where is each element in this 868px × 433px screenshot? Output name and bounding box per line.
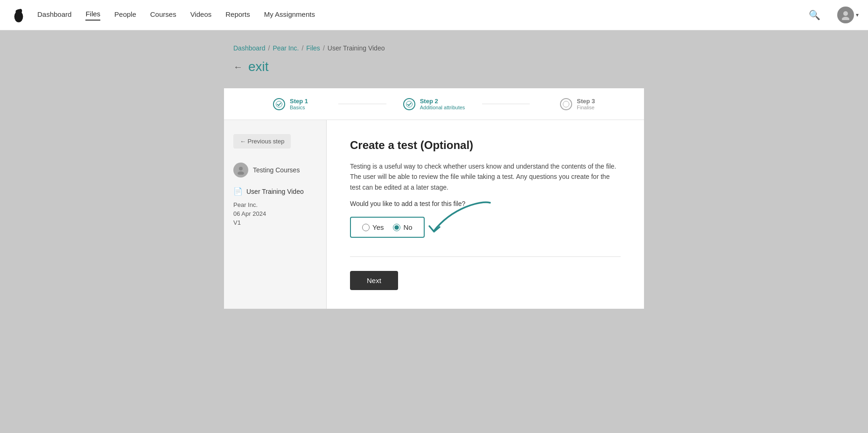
step-1-sublabel: Basics [290,105,308,110]
user-icon [236,165,245,175]
form-question: Would you like to add a test for this fi… [350,200,621,207]
radio-group-wrapper: Yes No [350,217,425,238]
step-3-icon [560,98,572,110]
sidebar-file-name: User Training Video [246,188,304,195]
exit-row: ← exit [224,59,644,74]
form-description: Testing is a useful way to check whether… [350,161,621,192]
nav-links: Dashboard Files People Courses Videos Re… [37,10,809,21]
breadcrumb: Dashboard / Pear Inc. / Files / User Tra… [224,44,644,52]
step-2-label: Step 2 [420,98,465,105]
check-icon-1 [276,101,282,107]
nav-dashboard[interactable]: Dashboard [37,10,71,20]
sidebar-date: 06 Apr 2024 [233,210,317,217]
sidebar-avatar [233,163,248,177]
nav-my-assignments[interactable]: My Assignments [264,10,315,20]
avatar-icon [840,10,851,20]
form-title: Create a test (Optional) [350,139,621,152]
exit-label[interactable]: exit [248,59,269,74]
sidebar-version: V1 [233,219,317,226]
form-divider [350,256,621,257]
form-panel: Create a test (Optional) Testing is a us… [327,120,644,309]
nav-people[interactable]: People [114,10,136,20]
step-1-icon [273,98,285,110]
sidebar-username: Testing Courses [253,166,300,174]
radio-group: Yes No [350,217,425,238]
check-icon-2 [406,101,413,107]
svg-point-3 [16,10,19,13]
card-layout: ← Previous step Testing Courses 📄 User T… [224,120,644,309]
svg-point-10 [238,171,244,175]
step-divider-1 [338,104,386,104]
stepper-container: Step 1 Basics Step 2 Additional attribut… [224,88,644,309]
breadcrumb-current: User Training Video [328,44,385,52]
user-avatar[interactable] [837,7,854,23]
stepper: Step 1 Basics Step 2 Additional attribut… [224,88,644,120]
nav-files[interactable]: Files [85,10,100,21]
avatar-caret[interactable]: ▾ [856,12,859,18]
sidebar-company: Pear Inc. [233,201,317,208]
radio-yes[interactable]: Yes [362,223,384,231]
svg-point-9 [239,167,243,170]
sidebar-panel: ← Previous step Testing Courses 📄 User T… [224,120,327,309]
file-icon: 📄 [233,187,243,196]
step-2-icon [403,98,415,110]
step-1-label: Step 1 [290,98,308,105]
step-2-sublabel: Additional attributes [420,105,465,110]
radio-no[interactable]: No [393,223,412,231]
next-button[interactable]: Next [350,271,398,290]
svg-point-8 [563,101,569,107]
breadcrumb-dashboard[interactable]: Dashboard [233,44,266,52]
radio-no-label: No [403,223,412,231]
step-3-label: Step 3 [577,98,595,105]
step-divider-2 [482,104,530,104]
svg-point-7 [406,101,412,107]
app-logo[interactable] [9,6,28,24]
svg-point-6 [276,101,282,107]
back-arrow-icon[interactable]: ← [233,62,243,72]
breadcrumb-pear-inc[interactable]: Pear Inc. [273,44,299,52]
svg-point-2 [19,9,22,13]
step-1-text: Step 1 Basics [290,98,308,110]
step-3[interactable]: Step 3 Finalise [530,98,625,110]
breadcrumb-sep-3: / [323,44,325,52]
breadcrumb-sep-1: / [268,44,270,52]
sidebar-file: 📄 User Training Video [233,187,317,196]
radio-yes-label: Yes [372,223,384,231]
breadcrumb-sep-2: / [301,44,303,52]
step-2-text: Step 2 Additional attributes [420,98,465,110]
radio-yes-input[interactable] [362,224,370,231]
nav-reports[interactable]: Reports [225,10,250,20]
page-content: Dashboard / Pear Inc. / Files / User Tra… [0,30,868,433]
step-2[interactable]: Step 2 Additional attributes [386,98,482,110]
logo-icon [10,7,27,23]
breadcrumb-files[interactable]: Files [306,44,320,52]
step-3-text: Step 3 Finalise [577,98,595,110]
prev-step-button[interactable]: ← Previous step [233,134,291,149]
svg-point-4 [843,11,848,16]
nav-courses[interactable]: Courses [150,10,176,20]
radio-no-input[interactable] [393,224,400,231]
sidebar-user: Testing Courses [233,163,317,177]
step-3-sublabel: Finalise [577,105,595,110]
circle-icon-3 [563,101,569,107]
nav-videos[interactable]: Videos [190,10,212,20]
svg-point-5 [842,17,849,20]
navbar: Dashboard Files People Courses Videos Re… [0,0,868,30]
step-1[interactable]: Step 1 Basics [243,98,338,110]
search-icon[interactable]: 🔍 [809,9,820,21]
